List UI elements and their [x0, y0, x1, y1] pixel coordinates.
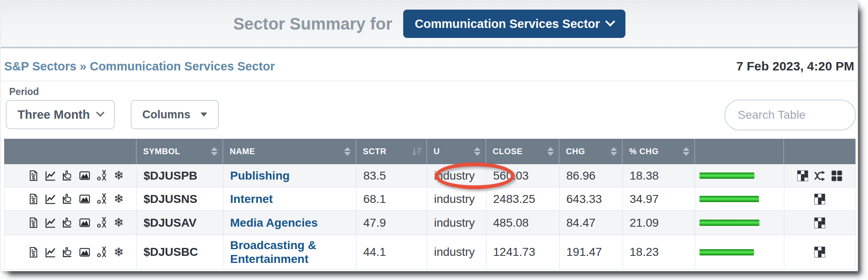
u-cell: industry: [427, 235, 486, 269]
table-row: ❄ $DJUSPB Publishing 83.5 industry 560.0…: [4, 164, 856, 188]
header-symbol[interactable]: SYMBOL: [136, 139, 223, 164]
breadcrumb-link-sp-sectors[interactable]: S&P Sectors: [4, 60, 77, 73]
u-cell: industry: [427, 211, 486, 235]
pct-chg-bar: [699, 249, 754, 255]
interactive-chart-icon[interactable]: [61, 216, 74, 229]
table-row: ❄ $DJUSAV Media Agencies 47.9 industry 4…: [4, 211, 856, 235]
pct-chg-bar: [699, 172, 754, 179]
sort-icon[interactable]: [610, 147, 617, 156]
breadcrumb-separator: »: [77, 60, 90, 73]
sort-icon[interactable]: [683, 147, 689, 156]
name-link[interactable]: Broadcasting & Entertainment: [230, 238, 356, 266]
row-chart-tools: ❄: [5, 211, 137, 235]
checkerboard-icon[interactable]: [813, 193, 826, 205]
sector-selector-label: Communication Services Sector: [415, 17, 600, 31]
sort-icon[interactable]: [344, 147, 351, 156]
sharpchart-icon[interactable]: [44, 216, 57, 229]
quote-summary-icon[interactable]: [27, 216, 40, 229]
quote-summary-icon[interactable]: [27, 246, 40, 259]
name-link[interactable]: Media Agencies: [230, 216, 322, 230]
pct-chg-cell: 34.97: [623, 188, 695, 210]
sector-selector-button[interactable]: Communication Services Sector: [403, 10, 625, 38]
checkerboard-icon[interactable]: [796, 170, 809, 182]
sort-icon[interactable]: [211, 147, 218, 156]
period-select-value: Three Month: [17, 108, 90, 122]
close-cell: 2483.25: [486, 188, 560, 210]
u-cell: industry: [427, 188, 486, 210]
pct-chg-cell: 18.23: [623, 235, 695, 269]
symbol-cell: $DJUSBC: [144, 245, 198, 259]
sharpchart-icon[interactable]: [44, 246, 57, 259]
period-label: Period: [9, 86, 858, 98]
header-name[interactable]: NAME: [223, 139, 356, 164]
sctr-cell: 47.9: [357, 211, 427, 235]
pct-chg-bar: [699, 220, 759, 226]
chg-cell: 84.47: [560, 211, 623, 235]
point-and-figure-icon[interactable]: [95, 169, 108, 182]
sector-table: SYMBOL NAME SCTR U CLOSE CHG: [4, 139, 856, 270]
sharpchart-icon[interactable]: [44, 192, 57, 205]
header-u[interactable]: U: [427, 139, 486, 164]
horizontal-divider: [1, 81, 858, 81]
search-input[interactable]: [724, 100, 856, 130]
galleryview-icon[interactable]: [78, 246, 91, 259]
grid-icon[interactable]: [831, 170, 843, 182]
close-cell: 485.08: [486, 211, 560, 235]
galleryview-icon[interactable]: [78, 216, 91, 229]
point-and-figure-icon[interactable]: [95, 246, 108, 259]
header-close[interactable]: CLOSE: [486, 139, 559, 164]
columns-button[interactable]: Columns: [131, 100, 219, 129]
row-chart-tools: ❄: [5, 164, 137, 187]
checkerboard-icon[interactable]: [813, 217, 826, 229]
breadcrumb-row: S&P Sectors»Communication Services Secto…: [1, 48, 858, 73]
row-chart-tools: ❄: [5, 235, 137, 269]
quote-summary-icon[interactable]: [27, 169, 40, 182]
header-actions: [784, 139, 855, 164]
name-link[interactable]: Internet: [230, 192, 277, 206]
interactive-chart-icon[interactable]: [61, 169, 74, 182]
galleryview-icon[interactable]: [78, 192, 91, 205]
seasonality-icon[interactable]: ❄: [112, 192, 125, 205]
checkerboard-icon[interactable]: [813, 246, 826, 258]
sctr-cell: 68.1: [357, 188, 427, 210]
shuffle-icon[interactable]: [813, 170, 826, 182]
symbol-cell: $DJUSPB: [144, 169, 197, 182]
row-actions: [784, 188, 855, 210]
point-and-figure-icon[interactable]: [95, 216, 108, 229]
quote-summary-icon[interactable]: [27, 192, 40, 205]
sort-descending-icon[interactable]: [411, 145, 423, 158]
header-bar: [695, 139, 784, 164]
close-cell: 560.03: [486, 164, 560, 187]
u-cell: industry: [427, 164, 486, 187]
table-controls: Period Three Month Columns: [1, 86, 858, 139]
interactive-chart-icon[interactable]: [61, 246, 74, 259]
sharpchart-icon[interactable]: [44, 169, 57, 182]
table-row: ❄ $DJUSNS Internet 68.1 industry 2483.25…: [4, 188, 856, 211]
header-chg[interactable]: CHG: [559, 139, 622, 164]
symbol-cell: $DJUSNS: [144, 192, 197, 206]
interactive-chart-icon[interactable]: [61, 192, 74, 205]
sort-icon[interactable]: [474, 147, 481, 156]
chevron-down-icon: [605, 16, 615, 26]
seasonality-icon[interactable]: ❄: [112, 169, 125, 182]
point-and-figure-icon[interactable]: [95, 192, 108, 205]
name-link[interactable]: Publishing: [230, 169, 294, 182]
row-actions: [784, 211, 855, 235]
sector-summary-page: Sector Summary for Communication Service…: [1, 1, 858, 271]
row-actions: [784, 164, 855, 187]
breadcrumb-link-current-sector[interactable]: Communication Services Sector: [90, 60, 275, 73]
seasonality-icon[interactable]: ❄: [112, 216, 125, 229]
seasonality-icon[interactable]: ❄: [112, 246, 125, 259]
breadcrumb: S&P Sectors»Communication Services Secto…: [4, 60, 275, 73]
data-timestamp: 7 Feb 2023, 4:20 PM: [737, 59, 854, 73]
chevron-down-icon: [96, 108, 104, 117]
caret-down-icon: [201, 112, 207, 117]
sort-icon[interactable]: [547, 147, 554, 156]
table-header-row: SYMBOL NAME SCTR U CLOSE CHG: [4, 139, 856, 164]
page-header: Sector Summary for Communication Service…: [1, 1, 858, 48]
header-sctr[interactable]: SCTR: [356, 139, 427, 164]
galleryview-icon[interactable]: [78, 169, 91, 182]
period-select[interactable]: Three Month: [6, 100, 115, 129]
columns-button-label: Columns: [142, 108, 191, 121]
header-pct-chg[interactable]: % CHG: [622, 139, 695, 164]
